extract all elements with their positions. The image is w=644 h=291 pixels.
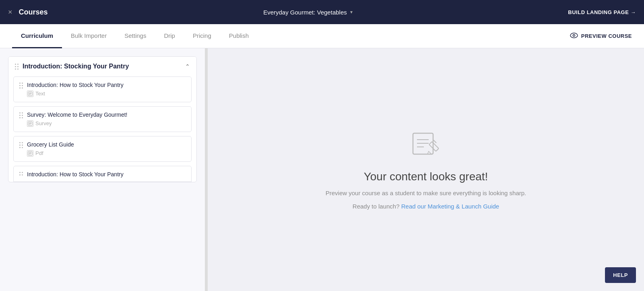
launch-prompt: Ready to launch? Read our Marketing & La…	[353, 203, 499, 210]
lesson-title: Introduction: How to Stock Your Pantry	[27, 82, 186, 88]
section-header-left: Introduction: Stocking Your Pantry	[15, 62, 129, 71]
tab-curriculum[interactable]: Curriculum	[12, 24, 62, 48]
section-header: Introduction: Stocking Your Pantry ⌃	[8, 57, 196, 76]
close-button[interactable]: ×	[8, 8, 12, 17]
build-landing-button[interactable]: BUILD LANDING PAGE →	[568, 9, 636, 15]
tabs: Curriculum Bulk Importer Settings Drip P…	[12, 24, 258, 48]
top-bar: × Courses Everyday Gourmet: Vegetables ▾…	[0, 0, 644, 24]
course-selector[interactable]: Everyday Gourmet: Vegetables ▾	[263, 9, 353, 16]
survey-type-icon	[27, 120, 33, 127]
lesson-drag-handle[interactable]	[19, 172, 23, 175]
svg-rect-18	[429, 141, 439, 151]
section-card: Introduction: Stocking Your Pantry ⌃ Int…	[8, 56, 197, 182]
main-subheading: Preview your course as a student to make…	[326, 190, 526, 196]
lesson-item[interactable]: Survey: Welcome to Everyday Gourmet! Sur…	[13, 106, 192, 132]
lesson-drag-handle[interactable]	[19, 83, 23, 89]
top-bar-left: × Courses	[8, 8, 48, 17]
svg-point-1	[573, 35, 575, 37]
lesson-title: Survey: Welcome to Everyday Gourmet!	[27, 111, 186, 118]
lesson-item[interactable]: Introduction: How to Stock Your Pantry	[13, 166, 192, 182]
course-dropdown-arrow: ▾	[350, 9, 353, 15]
pdf-type-icon	[27, 150, 33, 157]
lesson-drag-handle[interactable]	[19, 112, 23, 118]
lesson-type: Survey	[27, 120, 186, 127]
svg-point-0	[570, 33, 578, 38]
main-heading: Your content looks great!	[364, 170, 488, 183]
tab-drip[interactable]: Drip	[155, 24, 184, 48]
marketing-launch-guide-link[interactable]: Read our Marketing & Launch Guide	[401, 203, 499, 210]
lesson-item[interactable]: Grocery List Guide Pdf	[13, 136, 192, 162]
lesson-drag-handle[interactable]	[19, 142, 23, 148]
course-name: Everyday Gourmet: Vegetables	[263, 9, 347, 16]
lesson-title: Introduction: How to Stock Your Pantry	[27, 171, 186, 177]
lesson-item[interactable]: Introduction: How to Stock Your Pantry T…	[13, 76, 192, 102]
tab-publish[interactable]: Publish	[220, 24, 258, 48]
lesson-title: Grocery List Guide	[27, 141, 186, 148]
tab-pricing[interactable]: Pricing	[184, 24, 220, 48]
help-button[interactable]: HELP	[605, 267, 636, 283]
tab-settings[interactable]: Settings	[116, 24, 155, 48]
app-title: Courses	[19, 8, 48, 17]
svg-line-19	[433, 140, 436, 143]
section-collapse-button[interactable]: ⌃	[185, 63, 190, 70]
eye-icon	[570, 32, 578, 40]
section-drag-handle[interactable]	[15, 64, 19, 70]
text-type-icon	[27, 91, 33, 97]
lesson-type: Pdf	[27, 150, 186, 157]
lesson-type: Text	[27, 91, 186, 97]
section-title: Introduction: Stocking Your Pantry	[23, 62, 129, 71]
tab-bulk-importer[interactable]: Bulk Importer	[62, 24, 116, 48]
preview-course-button[interactable]: PREVIEW COURSE	[570, 32, 632, 40]
main-content-area: Your content looks great! Preview your c…	[208, 48, 644, 291]
sidebar: Introduction: Stocking Your Pantry ⌃ Int…	[0, 48, 205, 291]
tab-navigation: Curriculum Bulk Importer Settings Drip P…	[0, 24, 644, 48]
sidebar-content: Introduction: Stocking Your Pantry ⌃ Int…	[0, 48, 205, 291]
content-looks-great-icon	[410, 130, 442, 160]
main-layout: Introduction: Stocking Your Pantry ⌃ Int…	[0, 48, 644, 291]
